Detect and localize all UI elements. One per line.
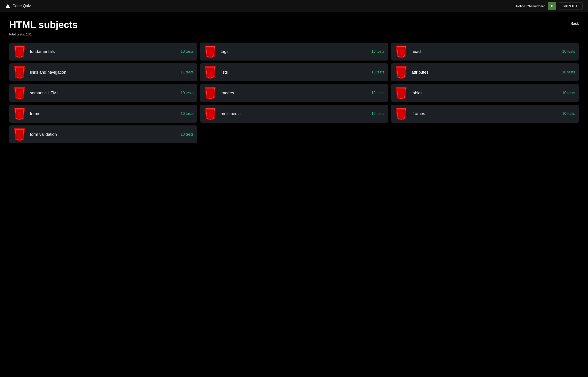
html5-icon: 5 xyxy=(394,86,408,100)
subject-tests: 10 tests xyxy=(181,91,194,95)
subject-label: iframes xyxy=(412,111,559,116)
signout-button[interactable]: SIGN OUT xyxy=(559,2,582,10)
logo-triangle-icon xyxy=(6,4,10,8)
html5-icon: 5 xyxy=(204,66,217,79)
svg-text:5: 5 xyxy=(209,91,212,97)
svg-text:5: 5 xyxy=(400,91,403,97)
subject-tests: 10 tests xyxy=(371,70,384,74)
subject-tests: 10 tests xyxy=(371,91,384,95)
avatar: F xyxy=(548,2,556,10)
subject-tests: 10 tests xyxy=(371,112,384,116)
subject-tests: 10 tests xyxy=(181,132,194,137)
svg-text:5: 5 xyxy=(18,132,21,138)
nav-left: Code Quiz xyxy=(6,4,31,8)
subject-label: forms xyxy=(30,111,177,116)
subject-tests: 10 tests xyxy=(371,49,384,54)
html5-icon: 5 xyxy=(13,45,26,58)
nav-username: Felipe Chernicharo xyxy=(516,4,545,8)
html5-icon: 5 xyxy=(204,45,217,58)
nav-right: Felipe Chernicharo F SIGN OUT xyxy=(516,2,582,10)
html5-icon: 5 xyxy=(394,66,408,79)
svg-text:5: 5 xyxy=(18,49,21,56)
subject-label: links and navigation xyxy=(30,70,177,75)
html5-icon: 5 xyxy=(13,86,26,100)
page-title: HTML subjects xyxy=(9,19,78,30)
svg-text:5: 5 xyxy=(209,111,212,118)
subject-card-forms[interactable]: 5 forms 10 tests xyxy=(9,105,197,123)
subject-tests: 10 tests xyxy=(562,70,575,74)
subject-card-attributes[interactable]: 5 attributes 10 tests xyxy=(391,63,579,81)
html5-icon: 5 xyxy=(204,107,217,120)
subject-label: fundamentals xyxy=(30,49,177,54)
subject-card-head[interactable]: 5 head 10 tests xyxy=(391,43,579,60)
subject-label: lists xyxy=(221,70,368,75)
subjects-grid: 5 fundamentals 10 tests 5 tags 10 tests xyxy=(9,43,579,143)
subject-label: multimedia xyxy=(221,111,368,116)
subject-card-images[interactable]: 5 images 10 tests xyxy=(200,84,388,102)
svg-text:5: 5 xyxy=(18,111,21,118)
subject-card-tables[interactable]: 5 tables 10 tests xyxy=(391,84,579,102)
total-tests: total tests: 131 xyxy=(9,32,579,36)
svg-text:5: 5 xyxy=(18,70,21,76)
subject-card-iframes[interactable]: 5 iframes 10 tests xyxy=(391,105,579,123)
subject-label: semantic HTML xyxy=(30,91,177,95)
svg-text:5: 5 xyxy=(209,49,212,56)
nav-title: Code Quiz xyxy=(12,4,31,8)
svg-text:5: 5 xyxy=(209,70,212,76)
subject-card-lists[interactable]: 5 lists 10 tests xyxy=(200,63,388,81)
page-header: HTML subjects Back xyxy=(9,19,579,30)
html5-icon: 5 xyxy=(13,66,26,79)
navbar: Code Quiz Felipe Chernicharo F SIGN OUT xyxy=(0,0,588,12)
subject-tests: 10 tests xyxy=(562,112,575,116)
subject-card-tags[interactable]: 5 tags 10 tests xyxy=(200,43,388,60)
subject-card-multimedia[interactable]: 5 multimedia 10 tests xyxy=(200,105,388,123)
subject-tests: 10 tests xyxy=(562,91,575,95)
back-link[interactable]: Back xyxy=(571,22,579,26)
html5-icon: 5 xyxy=(394,45,408,58)
svg-text:5: 5 xyxy=(400,70,403,76)
subject-label: tags xyxy=(221,49,368,54)
subject-label: head xyxy=(412,49,559,54)
subject-card-links-and-navigation[interactable]: 5 links and navigation 11 tests xyxy=(9,63,197,81)
subject-tests: 10 tests xyxy=(562,49,575,54)
subject-label: tables xyxy=(412,91,559,95)
subject-tests: 10 tests xyxy=(181,49,194,54)
svg-text:5: 5 xyxy=(400,49,403,56)
subject-card-semantic-html[interactable]: 5 semantic HTML 10 tests xyxy=(9,84,197,102)
html5-icon: 5 xyxy=(204,86,217,100)
subject-tests: 11 tests xyxy=(181,70,194,74)
html5-icon: 5 xyxy=(394,107,408,120)
html5-icon: 5 xyxy=(13,128,26,141)
html5-icon: 5 xyxy=(13,107,26,120)
svg-text:5: 5 xyxy=(18,91,21,97)
main-content: HTML subjects Back total tests: 131 5 fu… xyxy=(0,12,588,151)
subject-label: attributes xyxy=(412,70,559,75)
subject-card-form-validation[interactable]: 5 form validation 10 tests xyxy=(9,125,197,143)
subject-label: form validation xyxy=(30,132,177,137)
subject-label: images xyxy=(221,91,368,95)
subject-tests: 10 tests xyxy=(181,112,194,116)
subject-card-fundamentals[interactable]: 5 fundamentals 10 tests xyxy=(9,43,197,60)
svg-text:5: 5 xyxy=(400,111,403,118)
